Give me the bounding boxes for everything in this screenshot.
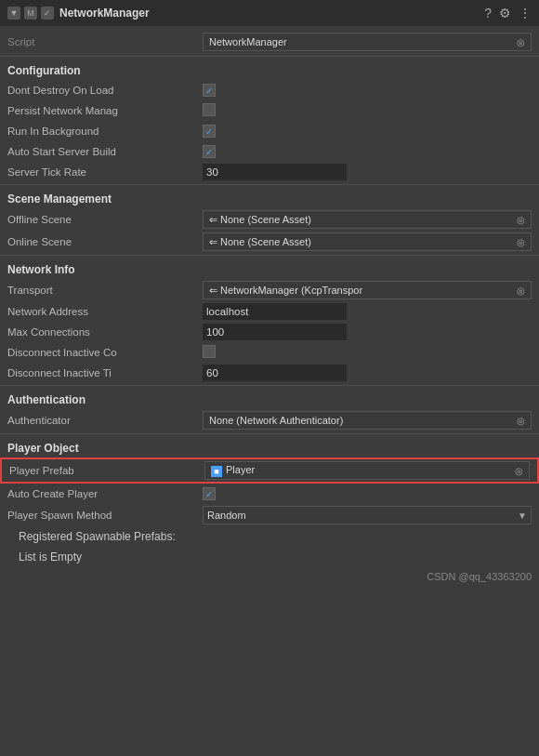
spawn-method-value: Random: [207, 510, 246, 521]
scene-management-header: Scene Management: [0, 187, 539, 208]
dont-destroy-checkbox[interactable]: [203, 84, 532, 98]
disconnect-inactive-co-row: Disconnect Inactive Co: [0, 342, 539, 363]
component-icon: M: [24, 7, 37, 20]
active-toggle[interactable]: ✓: [41, 7, 54, 20]
max-connections-label: Max Connections: [7, 326, 203, 338]
watermark: CSDN @qq_43363200: [0, 567, 539, 586]
player-prefab-row: Player Prefab ■Player ◎: [0, 458, 539, 484]
tick-rate-value[interactable]: [203, 164, 532, 180]
tick-rate-row: Server Tick Rate: [0, 162, 539, 182]
tick-rate-label: Server Tick Rate: [7, 166, 203, 178]
online-scene-label: Online Scene: [7, 236, 203, 247]
offline-scene-value: ⇐ None (Scene Asset): [209, 214, 311, 226]
inspector-content: Script NetworkManager ◎ Configuration Do…: [0, 26, 539, 590]
registered-prefabs-label: Registered Spawnable Prefabs:: [19, 530, 176, 543]
disconnect-inactive-ti-row: Disconnect Inactive Ti: [0, 363, 539, 383]
auto-create-row: Auto Create Player: [0, 484, 539, 504]
transport-select-icon[interactable]: ◎: [517, 285, 525, 296]
help-icon[interactable]: ?: [484, 6, 492, 20]
online-scene-row: Online Scene ⇐ None (Scene Asset) ◎: [0, 231, 539, 253]
disconnect-inactive-ti-value[interactable]: [203, 365, 532, 381]
auto-start-check-icon[interactable]: [203, 145, 216, 158]
registered-prefabs-row: Registered Spawnable Prefabs:: [0, 526, 539, 547]
player-prefab-label: Player Prefab: [9, 465, 204, 476]
offline-scene-label: Offline Scene: [7, 214, 203, 225]
watermark-text: CSDN @qq_43363200: [427, 571, 532, 582]
auto-start-label: Auto Start Server Build: [7, 146, 203, 157]
max-connections-value[interactable]: [203, 324, 532, 340]
spawn-method-arrow-icon: ▼: [518, 511, 527, 521]
spawn-method-label: Player Spawn Method: [7, 510, 203, 521]
network-address-value[interactable]: [203, 303, 532, 320]
persist-checkbox[interactable]: [203, 103, 532, 119]
player-prefab-field[interactable]: ■Player ◎: [204, 461, 530, 480]
run-bg-check-icon[interactable]: [203, 125, 216, 138]
transport-label: Transport: [7, 285, 203, 296]
disconnect-inactive-co-check-icon[interactable]: [203, 345, 216, 358]
persist-label: Persist Network Manag: [7, 105, 203, 116]
script-select-icon[interactable]: ◎: [517, 37, 525, 47]
player-object-header: Player Object: [0, 436, 539, 458]
menu-icon[interactable]: ⋮: [519, 6, 532, 20]
titlebar-actions: ? ⚙ ⋮: [484, 6, 532, 20]
player-prefab-value: ■Player: [211, 464, 255, 476]
configuration-header: Configuration: [0, 59, 539, 80]
transport-row: Transport ⇐ NetworkManager (KcpTranspor …: [0, 279, 539, 301]
spawn-method-row: Player Spawn Method Random ▼: [0, 504, 539, 526]
script-label: Script: [7, 36, 203, 47]
authentication-header: Authentication: [0, 388, 539, 409]
auto-create-check-icon[interactable]: [203, 487, 216, 500]
offline-scene-field[interactable]: ⇐ None (Scene Asset) ◎: [203, 210, 532, 229]
auto-start-checkbox[interactable]: [203, 145, 532, 159]
persist-row: Persist Network Manag: [0, 100, 539, 121]
auto-create-label: Auto Create Player: [7, 488, 203, 499]
auto-create-checkbox[interactable]: [203, 487, 532, 501]
max-connections-input[interactable]: [203, 324, 347, 340]
authenticator-row: Authenticator None (Network Authenticato…: [0, 409, 539, 431]
online-scene-value: ⇐ None (Scene Asset): [209, 236, 311, 248]
disconnect-inactive-co-checkbox[interactable]: [203, 345, 532, 361]
script-field[interactable]: NetworkManager ◎: [203, 33, 532, 51]
disconnect-inactive-ti-label: Disconnect Inactive Ti: [7, 367, 203, 378]
authenticator-value: None (Network Authenticator): [209, 415, 343, 426]
spawn-method-dropdown[interactable]: Random ▼: [203, 506, 532, 524]
offline-scene-row: Offline Scene ⇐ None (Scene Asset) ◎: [0, 208, 539, 231]
auto-start-row: Auto Start Server Build: [0, 141, 539, 162]
disconnect-inactive-co-label: Disconnect Inactive Co: [7, 347, 203, 358]
transport-value: ⇐ NetworkManager (KcpTranspor: [209, 285, 362, 297]
offline-scene-select-icon[interactable]: ◎: [517, 215, 525, 225]
transport-field[interactable]: ⇐ NetworkManager (KcpTranspor ◎: [203, 281, 532, 299]
list-empty-row: List is Empty: [0, 547, 539, 567]
run-bg-checkbox[interactable]: [203, 125, 532, 139]
disconnect-inactive-ti-input[interactable]: [203, 365, 347, 381]
tick-rate-input[interactable]: [203, 164, 347, 180]
collapse-icon[interactable]: ▼: [7, 7, 20, 20]
list-empty-label: List is Empty: [19, 550, 82, 564]
window-title: NetworkManager: [59, 7, 479, 20]
run-bg-label: Run In Background: [7, 126, 203, 137]
network-manager-window: ▼ M ✓ NetworkManager ? ⚙ ⋮ Script Networ…: [0, 0, 539, 590]
authenticator-field[interactable]: None (Network Authenticator) ◎: [203, 411, 532, 430]
script-row: Script NetworkManager ◎: [0, 30, 539, 54]
network-address-label: Network Address: [7, 306, 203, 317]
network-address-row: Network Address: [0, 301, 539, 322]
authenticator-select-icon[interactable]: ◎: [517, 416, 525, 426]
titlebar: ▼ M ✓ NetworkManager ? ⚙ ⋮: [0, 0, 539, 26]
player-prefab-select-icon[interactable]: ◎: [515, 466, 523, 476]
online-scene-select-icon[interactable]: ◎: [517, 237, 525, 247]
persist-check-icon[interactable]: [203, 103, 216, 116]
dont-destroy-row: Dont Destroy On Load: [0, 80, 539, 100]
max-connections-row: Max Connections: [0, 322, 539, 342]
cube-icon: ■: [211, 466, 222, 477]
settings-icon[interactable]: ⚙: [499, 6, 511, 20]
online-scene-field[interactable]: ⇐ None (Scene Asset) ◎: [203, 232, 532, 251]
dont-destroy-label: Dont Destroy On Load: [7, 85, 203, 96]
authenticator-label: Authenticator: [7, 415, 203, 426]
run-bg-row: Run In Background: [0, 121, 539, 141]
script-value: NetworkManager: [209, 36, 287, 47]
network-address-input[interactable]: [203, 303, 347, 320]
titlebar-icons: ▼ M ✓: [7, 7, 54, 20]
network-info-header: Network Info: [0, 258, 539, 279]
dont-destroy-check-icon[interactable]: [203, 84, 216, 97]
